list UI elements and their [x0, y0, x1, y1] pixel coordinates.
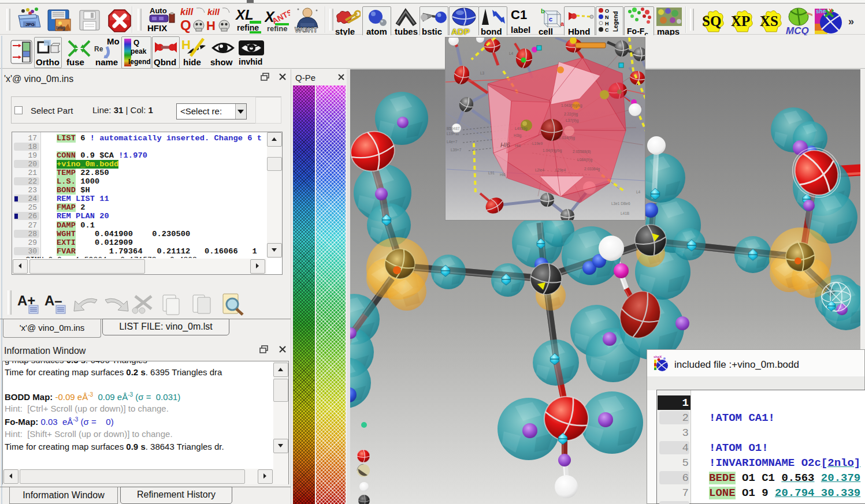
svg-text:O: O: [605, 8, 609, 14]
svg-text:XP: XP: [731, 13, 750, 29]
svg-text:H: H: [181, 38, 191, 52]
svg-text:XL: XL: [235, 7, 254, 23]
svg-text:1.04(9)g/bg: 1.04(9)g/bg: [543, 148, 562, 153]
svg-text:L084(9)g: L084(9)g: [577, 158, 592, 162]
svg-text:2.034(9)g: 2.034(9)g: [559, 136, 575, 140]
svg-text:2.05588(8): 2.05588(8): [573, 150, 591, 154]
svg-text:refine: refine: [267, 24, 287, 33]
svg-text:Hl4: Hl4: [515, 144, 521, 148]
svg-text:sheX: sheX: [654, 355, 662, 359]
svg-text:she: she: [816, 8, 826, 14]
svg-text:L37(9)g: L37(9)g: [566, 118, 579, 123]
svg-text:Hl6: Hl6: [500, 141, 510, 148]
svg-text:Q: Q: [180, 17, 191, 33]
svg-text:1.043(9)g/kg: 1.043(9)g/kg: [561, 103, 582, 108]
svg-text:L39+7: L39+7: [451, 148, 462, 152]
svg-text:Hl6: Hl6: [500, 173, 506, 177]
svg-text:kill: kill: [207, 7, 220, 17]
svg-text:refine: refine: [237, 23, 259, 32]
svg-text:X: X: [829, 8, 833, 14]
svg-text:H: H: [206, 18, 216, 33]
svg-text:L4e+7: L4e+7: [447, 140, 458, 144]
svg-text:L4: L4: [636, 190, 641, 194]
svg-text:XS: XS: [760, 13, 778, 29]
svg-text:L2le4: L2le4: [535, 168, 544, 172]
svg-text:Auto: Auto: [150, 6, 167, 15]
svg-text:C: C: [605, 27, 609, 33]
svg-text:JPG: JPG: [25, 22, 35, 27]
svg-text:2.22(9)g: 2.22(9)g: [564, 112, 578, 117]
svg-text:b: b: [541, 8, 545, 14]
svg-text:Img: Img: [56, 25, 65, 31]
svg-text:c: c: [549, 16, 552, 23]
svg-text:N: N: [605, 14, 609, 20]
svg-text:L19e9: L19e9: [532, 141, 543, 145]
svg-text:2.03364g: 2.03364g: [584, 167, 600, 171]
svg-text:SQ: SQ: [702, 13, 721, 29]
svg-text:kill: kill: [180, 7, 194, 17]
svg-text:L3e1 DBe6: L3e1 DBe6: [611, 201, 630, 206]
svg-text:L91: L91: [488, 171, 495, 175]
svg-text:HFIX: HFIX: [147, 23, 167, 33]
svg-text:L41B: L41B: [621, 211, 629, 215]
svg-text:L29e4: L29e4: [555, 168, 566, 172]
svg-text:Mo: Mo: [107, 36, 120, 46]
svg-text:L4: L4: [509, 51, 514, 55]
svg-text:H3lg: H3lg: [514, 133, 522, 138]
svg-text:L4939g: L4939g: [515, 126, 528, 131]
svg-text:WGHT: WGHT: [295, 25, 318, 34]
svg-text:Re: Re: [94, 45, 103, 53]
svg-text:B59487: B59487: [447, 126, 460, 130]
svg-text:MCQ: MCQ: [786, 25, 809, 35]
svg-text:H: H: [605, 21, 609, 27]
svg-text:L3: L3: [480, 71, 485, 75]
svg-text:L19+11: L19+11: [447, 132, 459, 136]
